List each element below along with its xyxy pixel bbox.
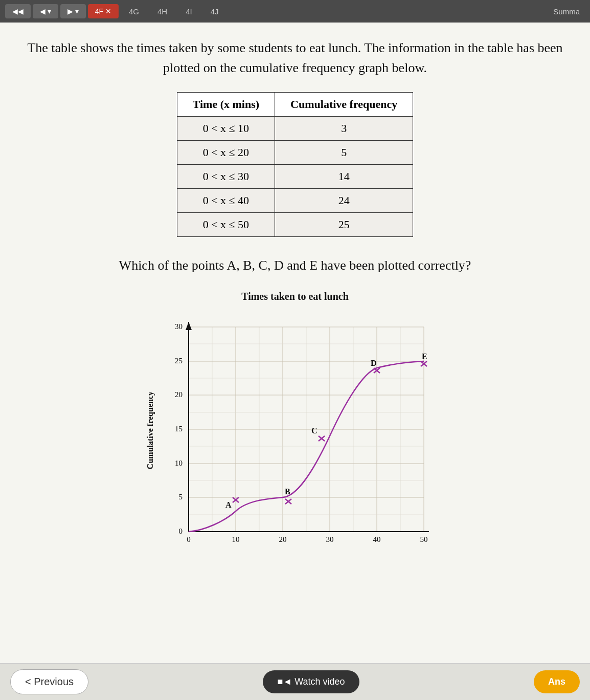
answer-button[interactable]: Ans xyxy=(534,670,580,693)
nav-btn-prev2[interactable]: ◀ ▾ xyxy=(33,4,58,18)
table-cell-freq: 25 xyxy=(275,213,413,237)
watch-video-button[interactable]: ■◄ Watch video xyxy=(263,670,359,693)
table-cell-range: 0 < x ≤ 10 xyxy=(177,117,275,141)
point-B: B xyxy=(285,487,291,504)
table-row: 0 < x ≤ 103 xyxy=(177,117,413,141)
svg-text:5: 5 xyxy=(179,493,183,501)
main-content: The table shows the times taken by some … xyxy=(0,23,590,698)
table-row: 0 < x ≤ 5025 xyxy=(177,213,413,237)
svg-text:30: 30 xyxy=(326,535,334,543)
table-cell-freq: 14 xyxy=(275,165,413,189)
svg-text:40: 40 xyxy=(373,535,381,543)
graph-title: Times taken to eat lunch xyxy=(241,291,349,302)
table-cell-freq: 24 xyxy=(275,189,413,213)
table-cell-range: 0 < x ≤ 20 xyxy=(177,141,275,165)
graph-wrapper: Times taken to eat lunch Cumulative freq… xyxy=(146,291,444,554)
svg-text:0: 0 xyxy=(179,527,183,535)
data-table: Time (x mins) Cumulative frequency 0 < x… xyxy=(177,92,414,237)
svg-text:15: 15 xyxy=(175,425,183,433)
nav-tab-4i[interactable]: 4I xyxy=(177,4,200,19)
table-cell-range: 0 < x ≤ 30 xyxy=(177,165,275,189)
nav-btn-next[interactable]: ▶ ▾ xyxy=(60,4,86,18)
table-header-freq: Cumulative frequency xyxy=(275,93,413,117)
svg-text:20: 20 xyxy=(175,390,183,399)
previous-button[interactable]: < Previous xyxy=(10,669,88,694)
nav-btn-prev1[interactable]: ◀◀ xyxy=(5,4,31,18)
svg-text:25: 25 xyxy=(175,357,183,365)
table-row: 0 < x ≤ 205 xyxy=(177,141,413,165)
table-cell-range: 0 < x ≤ 50 xyxy=(177,213,275,237)
table-cell-freq: 3 xyxy=(275,117,413,141)
problem-intro: The table shows the times taken by some … xyxy=(26,38,564,78)
graph-container: Times taken to eat lunch Cumulative freq… xyxy=(26,291,564,554)
svg-text:C: C xyxy=(311,426,317,435)
question-text: Which of the points A, B, C, D and E hav… xyxy=(26,255,564,275)
point-A: A xyxy=(225,497,239,509)
svg-text:10: 10 xyxy=(232,535,240,543)
table-header-time: Time (x mins) xyxy=(177,93,275,117)
svg-text:50: 50 xyxy=(420,535,428,543)
point-C: C xyxy=(311,426,325,441)
nav-btn-4f[interactable]: 4F ✕ xyxy=(88,4,119,18)
nav-tab-4j[interactable]: 4J xyxy=(202,4,227,19)
svg-text:0: 0 xyxy=(187,535,191,543)
svg-text:30: 30 xyxy=(175,322,183,331)
svg-text:E: E xyxy=(422,352,427,361)
svg-text:10: 10 xyxy=(175,459,183,467)
top-navigation: ◀◀ ◀ ▾ ▶ ▾ 4F ✕ 4G 4H 4I 4J Summa xyxy=(0,0,590,23)
bottom-navigation: < Previous ■◄ Watch video Ans xyxy=(0,663,590,700)
svg-text:B: B xyxy=(285,487,290,496)
point-E: E xyxy=(421,352,427,366)
table-cell-range: 0 < x ≤ 40 xyxy=(177,189,275,213)
graph-inner: Cumulative frequency xyxy=(146,307,444,554)
nav-tab-4h[interactable]: 4H xyxy=(149,4,175,19)
svg-text:20: 20 xyxy=(279,535,287,543)
graph-svg: 0 5 10 15 20 25 30 0 10 20 30 40 xyxy=(158,307,444,552)
graph-svg-area: 0 5 10 15 20 25 30 0 10 20 30 40 xyxy=(158,307,444,554)
nav-tab-summary[interactable]: Summa xyxy=(548,4,585,19)
table-row: 0 < x ≤ 4024 xyxy=(177,189,413,213)
y-axis-label: Cumulative frequency xyxy=(146,391,155,469)
svg-text:A: A xyxy=(225,500,232,509)
table-row: 0 < x ≤ 3014 xyxy=(177,165,413,189)
table-cell-freq: 5 xyxy=(275,141,413,165)
svg-text:D: D xyxy=(371,359,377,367)
nav-tab-4g[interactable]: 4G xyxy=(121,4,147,19)
